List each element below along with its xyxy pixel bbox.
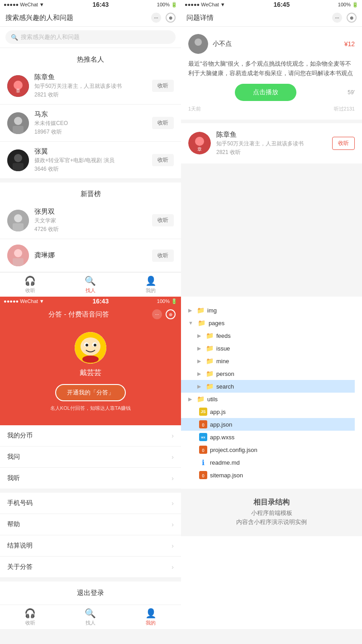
- file-item-search[interactable]: ▶ 📁 search: [181, 380, 355, 393]
- person-item-ma[interactable]: 马东 米未传媒CEO 18967 收听 收听: [0, 105, 181, 142]
- file-item-utils[interactable]: ▶ 📁 utils: [181, 393, 355, 405]
- profile-name: 戴芸芸: [80, 368, 101, 378]
- menu-item-listened[interactable]: 我听 ›: [0, 468, 181, 489]
- person-followers-zhangnanshuang: 4726 收听: [34, 226, 147, 233]
- tab-listen[interactable]: 🎧 收听: [24, 275, 36, 294]
- file-item-appwxss[interactable]: wx app.wxss: [181, 431, 355, 443]
- svg-text:章: 章: [16, 88, 20, 93]
- person-info-gonglinna: 龚琳娜: [34, 251, 147, 260]
- new-rising-title: 新晋榜: [0, 183, 181, 202]
- profile-avatar: [75, 332, 106, 364]
- file-name-feeds: feeds: [216, 332, 231, 339]
- menu-item-coins[interactable]: 我的分币 ›: [0, 425, 181, 447]
- right-nav-dots[interactable]: ···: [332, 13, 342, 23]
- status-bar-top-left: ●●●●● WeChat ▼ 16:43 100% 🔋: [0, 0, 181, 9]
- menu-label-about: 关于分答: [7, 563, 33, 571]
- folder-icon-search: 📁: [205, 382, 214, 390]
- file-item-sitemapjson[interactable]: {} sitemap.json: [181, 469, 355, 481]
- listen-button[interactable]: 点击播放: [235, 84, 296, 101]
- right-nav-circle[interactable]: ⊕: [347, 13, 357, 23]
- follow-btn-gonglinna[interactable]: 收听: [152, 250, 174, 262]
- follow-btn-zhangnanshuang[interactable]: 收听: [152, 214, 174, 226]
- tab2-mine[interactable]: 👤 我的: [121, 608, 181, 626]
- tab-mine-label: 我的: [146, 287, 156, 294]
- person-desc-zhangyi: 摄政+转业军官+电影/电视剧 演员: [34, 157, 147, 164]
- menu-item-asked[interactable]: 我问 ›: [0, 447, 181, 468]
- chevron-utils: ▶: [188, 396, 192, 402]
- status-right-right: 100% 🔋: [338, 2, 358, 8]
- js-file-icon: JS: [199, 408, 207, 416]
- avatar-chen: 章: [7, 75, 29, 97]
- json-file-icon-app: {}: [199, 420, 207, 428]
- menu-item-about[interactable]: 关于分答 ›: [0, 557, 181, 578]
- file-name-appwxss: app.wxss: [210, 434, 234, 441]
- open-fen-button[interactable]: 开通我的「分答」: [55, 384, 126, 401]
- file-item-projectjson[interactable]: {} project.config.json: [181, 443, 355, 456]
- red-nav-circle[interactable]: ⊕: [166, 309, 176, 319]
- question-price: ¥12: [344, 40, 355, 48]
- logout-section[interactable]: 退出登录: [0, 578, 181, 605]
- tab2-headphone-icon: 🎧: [24, 608, 36, 619]
- file-item-pages[interactable]: ▼ 📁 pages: [181, 317, 355, 329]
- question-time: 1天前: [188, 106, 201, 112]
- follow-btn-ma[interactable]: 收听: [152, 117, 174, 129]
- person-item-chen[interactable]: 章 陈章鱼 知乎50万关注著主，人丑就该多读书 2821 收听 收听: [0, 67, 181, 105]
- hot-people-title: 热推名人: [0, 48, 181, 67]
- person-followers-ma: 18967 收听: [34, 128, 147, 136]
- person-desc-ma: 米未传媒CEO: [34, 120, 147, 127]
- file-item-mine[interactable]: ▶ 📁 mine: [181, 355, 355, 367]
- menu-arrow-coins: ›: [171, 432, 174, 439]
- status-bar-top-right: ●●●●● WeChat ▼ 16:45 100% 🔋: [181, 0, 362, 9]
- file-item-issue[interactable]: ▶ 📁 issue: [181, 342, 355, 355]
- headphone-icon: 🎧: [24, 275, 36, 286]
- follow-btn-zhangyi[interactable]: 收听: [152, 154, 174, 166]
- file-item-person[interactable]: ▶ 📁 person: [181, 367, 355, 380]
- menu-item-settlement[interactable]: 结算说明 ›: [0, 535, 181, 557]
- svg-point-10: [14, 214, 22, 222]
- screen-top-right: ●●●●● WeChat ▼ 16:45 100% 🔋 问题详情 ··· ⊕ 小…: [181, 0, 362, 297]
- tab-bar: 🎧 收听 🔍 找人 👤 我的: [0, 272, 181, 297]
- tab2-find[interactable]: 🔍 找人: [60, 608, 120, 626]
- file-item-feeds[interactable]: ▶ 📁 feeds: [181, 329, 355, 342]
- person-item-gonglinna[interactable]: 龚琳娜 收听: [0, 239, 181, 272]
- file-item-img[interactable]: ▶ 📁 img: [181, 304, 355, 317]
- tab2-listen[interactable]: 🎧 收听: [0, 608, 60, 626]
- person-info-ma: 马东 米未传媒CEO 18967 收听: [34, 110, 147, 136]
- svg-point-18: [195, 137, 204, 146]
- chevron-pages: ▼: [188, 320, 193, 326]
- menu-label-help: 帮助: [7, 520, 20, 529]
- file-item-readme[interactable]: ℹ readme.md: [181, 456, 355, 469]
- svg-rect-5: [13, 126, 24, 134]
- footnote-line2: 内容含小程序演示说明实例: [190, 518, 353, 526]
- folder-icon-feeds: 📁: [205, 332, 214, 340]
- follow-btn-chen[interactable]: 收听: [152, 80, 174, 92]
- file-item-appjs[interactable]: JS app.js: [181, 405, 355, 418]
- menu-arrow-phone: ›: [171, 500, 174, 507]
- person-item-zhangyi[interactable]: 张翼 摄政+转业军官+电影/电视剧 演员 3646 收听 收听: [0, 142, 181, 179]
- nav-circle-icon[interactable]: ⊕: [166, 13, 176, 23]
- avatar-gonglinna: [7, 245, 29, 266]
- search-input-wrap[interactable]: 🔍 搜索感兴趣的人和问题: [5, 30, 176, 44]
- person-card-right[interactable]: 章 陈章鱼 知乎50万关注著主，人丑就该多读书 2821 收听 收听: [181, 123, 362, 163]
- person-card-avatar: 章: [188, 132, 211, 154]
- menu-item-help[interactable]: 帮助 ›: [0, 514, 181, 535]
- menu-item-phone[interactable]: 手机号码 ›: [0, 493, 181, 514]
- file-name-issue: issue: [216, 345, 230, 352]
- red-nav-dots[interactable]: ···: [152, 309, 162, 319]
- file-name-pages: pages: [209, 320, 224, 327]
- screen-top-left: ●●●●● WeChat ▼ 16:43 100% 🔋 搜索感兴趣的人和问题 ·…: [0, 0, 181, 297]
- gray-empty-area: [181, 165, 362, 256]
- tab-find-people[interactable]: 🔍 找人: [85, 275, 96, 294]
- folder-icon-person: 📁: [205, 370, 214, 378]
- person-item-zhangnanshuang[interactable]: 张男双 天文学家 4726 收听 收听: [0, 202, 181, 239]
- red-nav-title: 分答 - 付费语音问答: [5, 310, 152, 319]
- json-file-icon-project: {}: [199, 446, 207, 454]
- listen-row: 点击播放 59': [188, 84, 355, 101]
- svg-point-25: [94, 344, 96, 346]
- person-card-follow-btn[interactable]: 收听: [332, 137, 355, 150]
- red-nav-bar: 分答 - 付费语音问答 ··· ⊕: [0, 306, 181, 323]
- nav-dots-icon[interactable]: ···: [151, 13, 161, 23]
- tab-mine[interactable]: 👤 我的: [145, 275, 157, 294]
- file-item-appjson[interactable]: {} app.json: [181, 418, 355, 431]
- status2-time: 16:43: [92, 298, 109, 305]
